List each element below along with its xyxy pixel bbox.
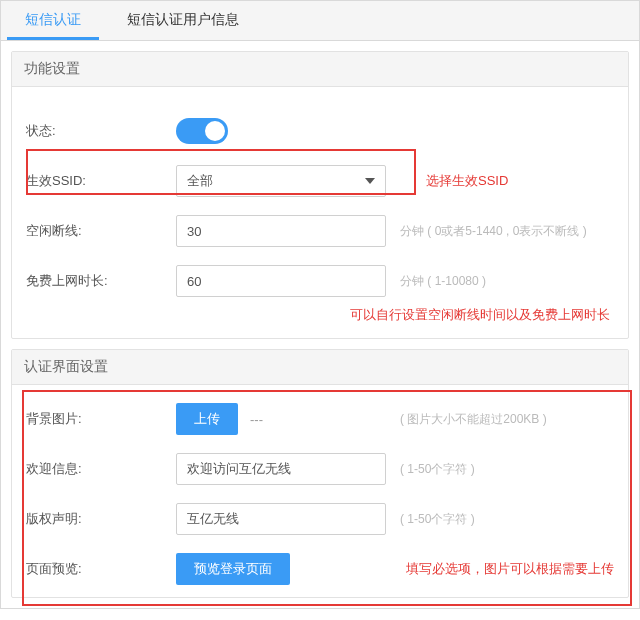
upload-button[interactable]: 上传 xyxy=(176,403,238,435)
status-label: 状态: xyxy=(26,122,176,140)
welcome-label: 欢迎信息: xyxy=(26,460,176,478)
section-body: 背景图片: 上传 --- ( 图片大小不能超过200KB ) 欢迎信息: ( 1… xyxy=(12,385,628,597)
ssid-note: 选择生效SSID xyxy=(386,172,614,190)
ssid-select[interactable]: 全部 xyxy=(176,165,386,197)
section-title: 认证界面设置 xyxy=(12,350,628,385)
upload-placeholder: --- xyxy=(250,412,263,427)
section-title: 功能设置 xyxy=(12,52,628,87)
copy-hint: ( 1-50个字符 ) xyxy=(386,511,614,528)
section-body: 状态: 生效SSID: 全部 选择生效SSID 空闲断线 xyxy=(12,87,628,338)
tab-bar: 短信认证 短信认证用户信息 xyxy=(1,1,639,41)
row-copyright: 版权声明: ( 1-50个字符 ) xyxy=(26,503,614,535)
idle-input[interactable] xyxy=(176,215,386,247)
row-welcome: 欢迎信息: ( 1-50个字符 ) xyxy=(26,453,614,485)
tab-sms-user-info[interactable]: 短信认证用户信息 xyxy=(109,1,257,40)
section1-bottom-note: 可以自行设置空闲断线时间以及免费上网时长 xyxy=(26,307,614,328)
free-hint: 分钟 ( 1-10080 ) xyxy=(386,273,614,290)
preview-button[interactable]: 预览登录页面 xyxy=(176,553,290,585)
toggle-knob xyxy=(205,121,225,141)
ssid-label: 生效SSID: xyxy=(26,172,176,190)
bg-hint: ( 图片大小不能超过200KB ) xyxy=(386,411,614,428)
welcome-input[interactable] xyxy=(176,453,386,485)
bg-label: 背景图片: xyxy=(26,410,176,428)
preview-label: 页面预览: xyxy=(26,560,176,578)
welcome-hint: ( 1-50个字符 ) xyxy=(386,461,614,478)
free-label: 免费上网时长: xyxy=(26,272,176,290)
row-ssid: 生效SSID: 全部 选择生效SSID xyxy=(26,165,614,197)
status-toggle[interactable] xyxy=(176,118,228,144)
free-input[interactable] xyxy=(176,265,386,297)
row-status: 状态: xyxy=(26,115,614,147)
copy-label: 版权声明: xyxy=(26,510,176,528)
tab-sms-auth[interactable]: 短信认证 xyxy=(7,1,99,40)
row-preview: 页面预览: 预览登录页面 填写必选项，图片可以根据需要上传 xyxy=(26,553,614,585)
row-free-time: 免费上网时长: 分钟 ( 1-10080 ) xyxy=(26,265,614,297)
copy-input[interactable] xyxy=(176,503,386,535)
idle-hint: 分钟 ( 0或者5-1440 , 0表示不断线 ) xyxy=(386,223,614,240)
ui-row-note: 填写必选项，图片可以根据需要上传 xyxy=(306,560,614,578)
chevron-down-icon xyxy=(365,178,375,184)
ssid-value: 全部 xyxy=(187,172,213,190)
section-function-settings: 功能设置 状态: 生效SSID: 全部 选择生 xyxy=(11,51,629,339)
idle-label: 空闲断线: xyxy=(26,222,176,240)
row-bg-image: 背景图片: 上传 --- ( 图片大小不能超过200KB ) xyxy=(26,403,614,435)
section-auth-ui: 认证界面设置 背景图片: 上传 --- ( 图片大小不能超过200KB ) 欢迎… xyxy=(11,349,629,598)
row-idle: 空闲断线: 分钟 ( 0或者5-1440 , 0表示不断线 ) xyxy=(26,215,614,247)
config-page: 短信认证 短信认证用户信息 功能设置 状态: 生效SSID: 全部 xyxy=(0,0,640,609)
